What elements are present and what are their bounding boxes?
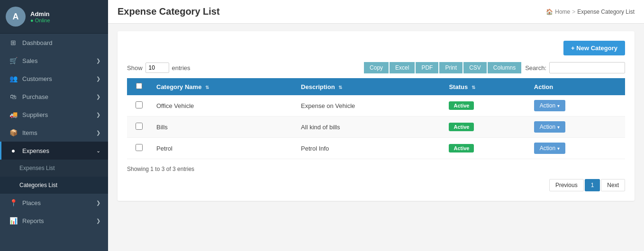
sidebar-item-label: Sales	[22, 57, 38, 64]
header-status[interactable]: Status ⇅	[443, 78, 528, 95]
chevron-down-icon: ❯	[96, 218, 100, 224]
chevron-down-icon: ⌄	[96, 148, 100, 154]
suppliers-icon: 🚚	[9, 111, 18, 118]
sidebar-item-expenses-list[interactable]: Expenses List	[0, 160, 108, 177]
excel-button[interactable]: Excel	[390, 62, 415, 73]
status-cell: Active	[443, 138, 528, 159]
chevron-down-icon: ❯	[96, 94, 100, 100]
chevron-down-icon: ❯	[96, 130, 100, 136]
select-all-checkbox[interactable]	[136, 83, 142, 89]
search-label: Search:	[525, 64, 546, 72]
sidebar-item-expenses[interactable]: ● Expenses ⌄	[0, 142, 108, 160]
previous-page-button[interactable]: Previous	[549, 179, 584, 191]
category-name-cell: Bills	[151, 117, 295, 138]
description-cell: All kind of bills	[295, 117, 443, 138]
sidebar-item-sales[interactable]: 🛒 Sales ❯	[0, 52, 108, 70]
customers-icon: 👥	[9, 75, 18, 82]
pdf-button[interactable]: PDF	[416, 62, 438, 73]
sidebar-item-suppliers[interactable]: 🚚 Suppliers ❯	[0, 106, 108, 124]
breadcrumb: 🏠 Home > Expense Category List	[546, 9, 635, 15]
header-category-name[interactable]: Category Name ⇅	[151, 78, 295, 95]
sidebar-item-dashboard[interactable]: ⊞ Dashboard	[0, 34, 108, 52]
row-checkbox[interactable]	[136, 123, 143, 130]
copy-button[interactable]: Copy	[364, 62, 389, 73]
dropdown-arrow-icon: ▾	[557, 103, 560, 108]
row-checkbox-cell	[127, 117, 151, 138]
sidebar-item-label: Dashboard	[22, 39, 53, 46]
purchase-icon: 🛍	[9, 93, 18, 100]
header-description[interactable]: Description ⇅	[295, 78, 443, 95]
sidebar-item-label: Customers	[22, 75, 52, 82]
table-row: Office Vehicle Expense on Vehicle Active…	[127, 95, 625, 117]
new-category-button[interactable]: + New Category	[563, 41, 625, 55]
table-body: Office Vehicle Expense on Vehicle Active…	[127, 95, 625, 159]
dashboard-icon: ⊞	[9, 39, 18, 46]
main-content: Expense Category List 🏠 Home > Expense C…	[108, 0, 644, 251]
next-page-button[interactable]: Next	[601, 179, 625, 191]
print-button[interactable]: Print	[439, 62, 463, 73]
action-button[interactable]: Action ▾	[534, 100, 565, 111]
status-badge: Active	[449, 123, 474, 131]
row-checkbox-cell	[127, 95, 151, 117]
expenses-submenu: Expenses List Categories List	[0, 160, 108, 194]
action-cell: Action ▾	[528, 117, 625, 138]
header-action: Action	[528, 78, 625, 95]
entries-label: entries	[172, 64, 190, 72]
page-1-button[interactable]: 1	[585, 179, 600, 191]
sidebar-item-items[interactable]: 📦 Items ❯	[0, 124, 108, 142]
main-card: + New Category Show entries Copy Excel P…	[118, 31, 635, 201]
category-name-cell: Petrol	[151, 138, 295, 159]
show-label: Show	[127, 64, 143, 72]
admin-status: Online	[30, 18, 50, 23]
action-button[interactable]: Action ▾	[534, 121, 565, 133]
sales-icon: 🛒	[9, 57, 18, 64]
description-cell: Petrol Info	[295, 138, 443, 159]
sidebar-item-reports[interactable]: 📊 Reports ❯	[0, 212, 108, 230]
sidebar-item-label: Reports	[22, 217, 44, 224]
sidebar-item-label: Suppliers	[22, 111, 48, 118]
action-button[interactable]: Action ▾	[534, 143, 565, 154]
row-checkbox[interactable]	[136, 144, 143, 151]
dropdown-arrow-icon: ▾	[557, 125, 560, 130]
export-buttons: Copy Excel PDF Print CSV Columns	[364, 62, 521, 73]
table-header: Category Name ⇅ Description ⇅ Status ⇅ A…	[127, 78, 625, 95]
chevron-down-icon: ❯	[96, 76, 100, 82]
table-row: Bills All kind of bills Active Action ▾	[127, 117, 625, 138]
sidebar-item-label: Expenses	[22, 147, 49, 154]
avatar: A	[6, 7, 26, 27]
expenses-icon: ●	[9, 147, 18, 154]
content-area: + New Category Show entries Copy Excel P…	[108, 24, 644, 251]
sidebar-profile: A Admin Online	[0, 0, 108, 34]
category-name-cell: Office Vehicle	[151, 95, 295, 117]
search-input[interactable]	[549, 62, 625, 73]
items-icon: 📦	[9, 129, 18, 136]
sort-icon: ⇅	[205, 85, 209, 90]
row-checkbox[interactable]	[136, 101, 143, 108]
topbar: Expense Category List 🏠 Home > Expense C…	[108, 0, 644, 24]
show-entries: Show entries	[127, 63, 190, 73]
show-entries-input[interactable]	[145, 63, 169, 73]
breadcrumb-current: Expense Category List	[577, 9, 635, 15]
chevron-down-icon: ❯	[96, 112, 100, 118]
sort-icon: ⇅	[472, 85, 475, 90]
reports-icon: 📊	[9, 217, 18, 224]
breadcrumb-home: Home	[555, 9, 570, 15]
sidebar-item-label: Purchase	[22, 93, 48, 100]
toolbar-row: + New Category	[127, 41, 625, 55]
search-row: Search:	[525, 62, 625, 73]
csv-button[interactable]: CSV	[463, 62, 487, 73]
sidebar-item-customers[interactable]: 👥 Customers ❯	[0, 70, 108, 88]
places-icon: 📍	[9, 199, 18, 206]
breadcrumb-separator: >	[572, 9, 575, 15]
sort-icon: ⇅	[338, 85, 342, 90]
sidebar-item-places[interactable]: 📍 Places ❯	[0, 194, 108, 212]
status-cell: Active	[443, 117, 528, 138]
sidebar-sub-label: Expenses List	[19, 165, 55, 171]
sidebar-item-label: Places	[22, 199, 41, 206]
columns-button[interactable]: Columns	[488, 62, 521, 73]
description-cell: Expense on Vehicle	[295, 95, 443, 117]
sidebar-item-categories-list[interactable]: Categories List	[0, 177, 108, 194]
sidebar-item-label: Items	[22, 129, 37, 136]
sidebar-item-purchase[interactable]: 🛍 Purchase ❯	[0, 88, 108, 106]
sidebar-nav: ⊞ Dashboard 🛒 Sales ❯ 👥 Customers ❯ 🛍 Pu…	[0, 34, 108, 251]
